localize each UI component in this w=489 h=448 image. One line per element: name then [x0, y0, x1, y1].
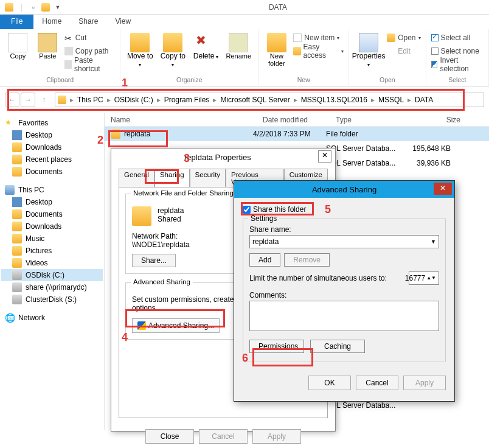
remove-button[interactable]: Remove [284, 253, 330, 267]
edit-button[interactable]: Edit [387, 45, 420, 57]
callout-num-3: 3 [184, 152, 190, 165]
close-button[interactable]: Close [145, 429, 194, 444]
nav-pc-cluster[interactable]: ClusterDisk (S:) [1, 293, 103, 306]
chevron-right-icon[interactable]: ▸ [156, 96, 162, 104]
desktop-icon [12, 130, 22, 140]
close-button[interactable]: ✕ [434, 183, 452, 195]
nav-desktop[interactable]: Desktop [1, 129, 103, 141]
tab-general[interactable]: General [119, 169, 154, 187]
file-tab[interactable]: File [0, 15, 33, 29]
comments-input[interactable] [249, 301, 439, 331]
qat-dropdown-icon[interactable]: ▼ [52, 2, 63, 13]
list-row-repldata[interactable]: repldata 4/2/2018 7:33 PM File folder [105, 127, 489, 141]
share-name-select[interactable]: repldata▼ [249, 235, 439, 248]
open-button[interactable]: Open ▾ [387, 32, 420, 44]
settings-group: Settings Share name: repldata▼ Add Remov… [243, 219, 446, 362]
nav-pc-downloads[interactable]: Downloads [1, 220, 103, 233]
permissions-button[interactable]: Permissions [249, 340, 304, 353]
qat-properties-icon[interactable]: ▫ [28, 2, 39, 13]
chevron-right-icon[interactable]: ▸ [212, 96, 218, 104]
chevron-right-icon[interactable]: ▸ [69, 96, 75, 104]
nav-pc-pictures[interactable]: Pictures [1, 245, 103, 257]
cancel-button[interactable]: Cancel [356, 376, 398, 390]
callout-num-6: 6 [242, 352, 248, 365]
delete-button[interactable]: Delete ▾ [191, 32, 220, 61]
nav-pc-videos[interactable]: Videos [1, 257, 103, 269]
crumb-thispc[interactable]: This PC [75, 96, 106, 104]
nav-favorites[interactable]: Favorites [1, 117, 103, 129]
limit-spinner[interactable]: 16777▲▼ [409, 271, 439, 285]
col-date[interactable]: Date modified [263, 116, 336, 124]
chevron-right-icon[interactable]: ▸ [406, 96, 412, 104]
nav-pc-documents[interactable]: Documents [1, 208, 103, 220]
spinner-arrows-icon[interactable]: ▲▼ [426, 276, 436, 280]
select-all-button[interactable]: Select all [431, 32, 484, 44]
crumb-instance[interactable]: MSSQL13.SQL2016 [299, 96, 370, 104]
add-button[interactable]: Add [249, 253, 280, 267]
cut-button[interactable]: Cut [64, 32, 116, 44]
close-button[interactable]: ✕ [318, 150, 331, 163]
folder-icon [12, 258, 22, 268]
col-type[interactable]: Type [336, 116, 412, 124]
tab-home[interactable]: Home [33, 15, 70, 29]
paste-shortcut-button[interactable]: Paste shortcut [64, 58, 116, 71]
share-checkbox-input[interactable] [243, 206, 251, 214]
nav-pc-desktop[interactable]: Desktop [1, 196, 103, 208]
network-drive-icon [12, 282, 22, 292]
nav-documents[interactable]: Documents [1, 166, 103, 178]
new-item-button[interactable]: New item ▾ [293, 32, 344, 44]
nav-thispc[interactable]: This PC [1, 184, 103, 196]
col-name[interactable]: Name [105, 116, 263, 124]
copy-to-button[interactable]: Copy to ▾ [158, 32, 187, 69]
nav-network[interactable]: Network [1, 312, 103, 324]
col-size[interactable]: Size [412, 116, 460, 124]
comments-label: Comments: [249, 291, 439, 299]
move-to-button[interactable]: Move to ▾ [125, 32, 154, 69]
nav-pc-music[interactable]: Music [1, 233, 103, 245]
caching-button[interactable]: Caching [310, 340, 365, 353]
desktop-icon [12, 197, 22, 207]
tab-view[interactable]: View [106, 15, 139, 29]
crumb-mssql[interactable]: Microsoft SQL Server [218, 96, 292, 104]
invert-selection-button[interactable]: Invert selection [431, 58, 484, 71]
copy-button[interactable]: Copy [5, 32, 31, 61]
tab-security[interactable]: Security [190, 169, 226, 187]
up-button[interactable]: ↑ [36, 93, 51, 107]
easy-access-button[interactable]: Easy access ▾ [293, 45, 344, 57]
ribbon-group-label: New [263, 76, 344, 83]
tab-sharing[interactable]: Sharing [154, 169, 190, 187]
ok-button[interactable]: OK [308, 376, 351, 390]
nav-pc-osdisk[interactable]: OSDisk (C:) [1, 269, 103, 281]
copy-path-button[interactable]: Copy path [64, 45, 116, 57]
apply-button[interactable]: Apply [252, 429, 301, 444]
crumb-mssqlfolder[interactable]: MSSQL [376, 96, 406, 104]
forward-button[interactable]: → [21, 93, 35, 107]
window-title: DATA [67, 3, 489, 12]
share-folder-checkbox[interactable]: Share this folder [243, 205, 446, 214]
crumb-programfiles[interactable]: Program Files [162, 96, 212, 104]
rename-button[interactable]: Rename [224, 32, 253, 61]
tab-share[interactable]: Share [70, 15, 106, 29]
crumb-data[interactable]: DATA [412, 96, 435, 104]
nav-recent[interactable]: Recent places [1, 153, 103, 166]
back-button[interactable]: ← [5, 93, 19, 107]
cancel-button[interactable]: Cancel [199, 429, 248, 444]
share-button[interactable]: Share... [132, 254, 176, 267]
chevron-right-icon[interactable]: ▸ [106, 96, 112, 104]
folder-icon [12, 167, 22, 177]
nav-pc-share[interactable]: share (\\primarydc) [1, 281, 103, 293]
apply-button[interactable]: Apply [403, 376, 446, 390]
nav-downloads[interactable]: Downloads [1, 141, 103, 153]
paste-button[interactable]: Paste [35, 32, 61, 61]
qat-newfolder-icon[interactable] [40, 2, 51, 13]
ribbon-group-clipboard: Copy Paste Cut Copy path Paste shortcut … [0, 29, 120, 86]
chevron-right-icon[interactable]: ▸ [370, 96, 376, 104]
properties-button[interactable]: Properties ▾ [354, 32, 383, 69]
advanced-sharing-button[interactable]: Advanced Sharing... [132, 318, 220, 333]
select-none-button[interactable]: Select none [431, 45, 484, 57]
crumb-osdisk[interactable]: OSDisk (C:) [112, 96, 156, 104]
chevron-right-icon[interactable]: ▸ [293, 96, 299, 104]
disk-icon [12, 295, 22, 304]
breadcrumb[interactable]: ▸ This PC▸ OSDisk (C:)▸ Program Files▸ M… [55, 93, 484, 107]
new-folder-button[interactable]: New folder [263, 32, 290, 68]
